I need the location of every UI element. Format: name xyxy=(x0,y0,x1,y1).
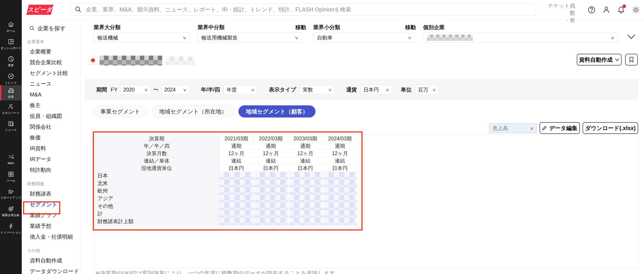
rail-item-3[interactable]: 業界 xyxy=(0,54,22,69)
help-icon[interactable] xyxy=(587,6,596,14)
company-building-icon xyxy=(8,87,14,94)
rail-item-label: イノベーション xyxy=(0,230,21,234)
cell-value-redacted xyxy=(254,218,288,225)
rail-item-4[interactable]: トレンド xyxy=(0,71,22,86)
collapse-chevron-icon[interactable] xyxy=(627,34,636,40)
industry-large-select[interactable]: 輸送機械∨ xyxy=(94,33,190,43)
year-to-select[interactable]: 2024∨ xyxy=(161,85,189,94)
sidebar-item[interactable]: 借入金・社債明細 xyxy=(22,231,80,242)
row-label: 決算期 xyxy=(94,135,219,142)
doc-autocreate-button[interactable]: 資料自動作成 xyxy=(577,54,622,66)
rail-item-9[interactable]: ツール xyxy=(0,169,22,184)
rail-item-label: ニュース xyxy=(5,128,17,132)
chevron-down-icon: ∨ xyxy=(250,87,255,92)
sidebar-item[interactable]: M&A xyxy=(22,89,80,100)
sidebar-item[interactable]: 関係会社 xyxy=(22,122,80,132)
user-icon[interactable] xyxy=(602,6,611,14)
speeda-logo[interactable]: スピーダ xyxy=(26,5,53,15)
chevron-down-icon: ∨ xyxy=(182,87,187,92)
sidebar-item[interactable]: 財務諸表 xyxy=(22,188,80,199)
cell-value: 連結 xyxy=(323,157,357,164)
sidebar-item[interactable]: 特許動向 xyxy=(22,165,80,175)
rail-item-label: 顧客企業分析 xyxy=(2,213,20,217)
tab-inactive[interactable]: 地域セグメント（所在地） xyxy=(152,105,234,118)
download-xlsx-button[interactable]: ダウンロード(.xlsx) xyxy=(582,122,638,134)
rail-item-label: トレンド xyxy=(5,81,17,85)
tools-grid-icon xyxy=(8,171,14,178)
individual-company-select[interactable]: ∨ xyxy=(423,33,618,43)
yhq-select[interactable]: 年度∨ xyxy=(224,85,257,94)
cell-value-redacted xyxy=(288,218,323,225)
tab-active[interactable]: 地域セグメント（顧客） xyxy=(238,105,316,118)
rail-item-8[interactable]: M&A xyxy=(0,152,22,167)
sidebar-item[interactable]: ニュース xyxy=(22,79,80,89)
rail-item-6[interactable]: エキスパート xyxy=(0,101,22,117)
sidebar-item[interactable]: 業績予想 xyxy=(22,221,80,231)
cell-value: 連結 xyxy=(219,157,254,164)
cell-value: 通期 xyxy=(288,142,323,150)
sidebar-item[interactable]: セグメント比較 xyxy=(22,68,80,79)
rail-item-5[interactable]: 企業 xyxy=(0,85,22,100)
sidebar-item[interactable]: 企業概要 xyxy=(22,46,80,57)
table-data-row: 北米 xyxy=(94,180,357,187)
cell-value: 日本円 xyxy=(288,165,323,172)
sidebar-item[interactable]: 株主 xyxy=(22,100,80,111)
year-from-select[interactable]: 2020∨ xyxy=(120,85,150,94)
table-meta-row: 年／半／四通期通期通期通期 xyxy=(94,142,357,150)
logo-text: スピーダ xyxy=(28,6,52,14)
sidebar-item[interactable]: 業績グラフ xyxy=(22,210,80,221)
sidebar-item[interactable]: セグメント xyxy=(22,199,80,210)
sidebar-item[interactable]: 役員・組織図 xyxy=(22,111,80,122)
chevron-down-icon: ∨ xyxy=(182,35,187,40)
data-edit-button[interactable]: データ編集 xyxy=(540,122,580,134)
cell-value-redacted xyxy=(288,172,323,180)
currency-select[interactable]: 日本円∨ xyxy=(360,85,392,94)
tab-inactive[interactable]: 事業セグメント xyxy=(93,105,148,118)
move-link-1[interactable]: 移動 xyxy=(295,24,306,31)
chevron-down-icon: ∨ xyxy=(432,87,436,92)
display-type-select[interactable]: 実数∨ xyxy=(300,85,334,94)
sidebar-item[interactable]: 競合企業比較 xyxy=(22,57,80,68)
industry-middle-select[interactable]: 輸送用機械製造∨ xyxy=(198,33,302,43)
search-icon xyxy=(75,6,82,13)
dashboard-icon xyxy=(8,38,14,45)
rail-item-1[interactable]: ホーム xyxy=(0,19,22,35)
sidebar-item[interactable]: IR資料 xyxy=(22,143,80,154)
cell-value: 通期 xyxy=(219,142,254,150)
year-from-value: 2020 xyxy=(123,87,135,93)
metric-select[interactable]: 売上高 ∨ xyxy=(489,124,537,133)
unit-select[interactable]: 百万∨ xyxy=(415,85,439,94)
rail-item-2[interactable]: ダッシュボード xyxy=(0,37,22,52)
row-label: その他 xyxy=(94,202,219,210)
bell-icon[interactable] xyxy=(617,6,626,14)
row-label: 北米 xyxy=(94,180,219,187)
pencil-icon xyxy=(542,126,547,131)
sidebar-item[interactable]: 株価 xyxy=(22,132,80,143)
cell-value-redacted xyxy=(323,172,357,180)
sidebar-item[interactable]: IRデータ xyxy=(22,154,80,165)
industry-small-select[interactable]: 自動車∨ xyxy=(313,33,415,43)
rail-item-7[interactable]: ニュース xyxy=(0,118,22,134)
topbar: スピーダ チケット残数 - 枚 xyxy=(22,0,644,20)
table-data-row: 欧州 xyxy=(94,187,357,195)
bookmark-button[interactable] xyxy=(625,54,638,66)
cell-value-redacted xyxy=(219,195,254,202)
rail-item-10[interactable]: スタートアップ xyxy=(0,186,22,201)
sidebar-item[interactable]: データダウンロード xyxy=(22,266,80,274)
notification-badge xyxy=(622,5,626,8)
cell-value-redacted xyxy=(254,180,288,187)
rail-item-11[interactable]: 顧客企業分析 xyxy=(0,204,22,219)
sidebar-company-search[interactable]: 企業を探す xyxy=(22,23,80,33)
rail-item-label: スタートアップ xyxy=(0,196,21,200)
gear-icon[interactable] xyxy=(632,6,640,14)
sidebar-item[interactable]: 資料自動作成 xyxy=(22,255,80,266)
cell-value: 日本円 xyxy=(323,165,357,172)
chevron-down-icon xyxy=(615,58,619,61)
industry-small-value: 自動車 xyxy=(317,34,332,41)
rail-item-12[interactable]: イノベーション xyxy=(0,221,22,236)
global-search-input[interactable] xyxy=(70,3,536,16)
doc-autocreate-label: 資料自動作成 xyxy=(579,56,613,64)
row-label: 計 xyxy=(94,210,219,218)
move-link-2[interactable]: 移動 xyxy=(405,24,416,31)
icon-rail: ホーム ダッシュボード 業界 トレンド 企業 エキスパート ニュース M&A ツ… xyxy=(0,0,22,274)
